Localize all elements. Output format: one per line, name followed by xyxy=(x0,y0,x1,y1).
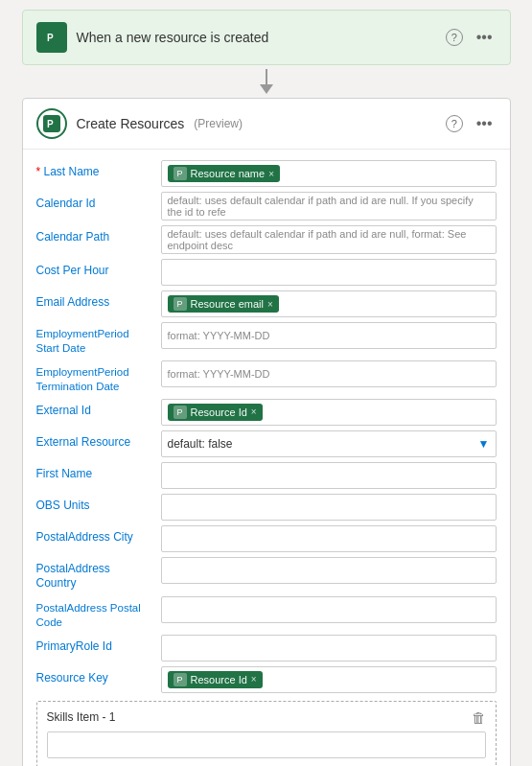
action-card: P Create Resources (Preview) ? ••• Last … xyxy=(22,98,511,766)
label-external-id: External Id xyxy=(36,399,161,419)
connector xyxy=(260,69,273,94)
token-resource-id-key: P Resource Id × xyxy=(168,671,263,688)
select-value-external-resource: default: false xyxy=(168,437,233,451)
trigger-more-button[interactable]: ••• xyxy=(473,27,497,48)
placeholder-calendar-path: default: uses default calendar if path a… xyxy=(168,228,490,251)
field-row-last-name: Last Name P Resource name × xyxy=(36,160,497,187)
input-external-id[interactable]: P Resource Id × xyxy=(161,399,497,426)
field-row-obs-units: OBS Units xyxy=(36,494,497,521)
field-row-primary-role: PrimaryRole Id xyxy=(36,635,497,662)
label-postal-city: PostalAddress City xyxy=(36,525,161,545)
svg-text:P: P xyxy=(47,33,54,43)
skills-item-label: Skills Item - 1 xyxy=(47,710,116,724)
field-row-first-name: First Name xyxy=(36,462,497,489)
input-obs-units[interactable] xyxy=(161,494,497,521)
field-row-postal-city: PostalAddress City xyxy=(36,525,497,552)
chip-icon-resource-email: P xyxy=(173,297,187,311)
trigger-title: When a new resource is created xyxy=(77,30,269,45)
input-postal-city[interactable] xyxy=(161,525,497,552)
chip-icon-resource-id-key: P xyxy=(173,673,187,686)
token-close-resource-name[interactable]: × xyxy=(268,169,274,179)
input-primary-role[interactable] xyxy=(161,635,497,662)
trigger-help-icon[interactable]: ? xyxy=(446,29,463,46)
dropdown-arrow-external-resource: ▼ xyxy=(478,437,490,451)
input-calendar-id[interactable]: default: uses default calendar if path a… xyxy=(161,192,497,221)
input-calendar-path[interactable]: default: uses default calendar if path a… xyxy=(161,225,497,254)
token-close-resource-id-key[interactable]: × xyxy=(251,674,257,685)
input-cost-per-hour[interactable] xyxy=(161,259,497,286)
input-external-resource[interactable]: default: false ▼ xyxy=(161,430,497,457)
field-row-postal-code: PostalAddress Postal Code xyxy=(36,596,497,630)
label-first-name: First Name xyxy=(36,462,161,482)
label-obs-units: OBS Units xyxy=(36,494,161,514)
label-primary-role: PrimaryRole Id xyxy=(36,635,161,655)
token-close-resource-id-ext[interactable]: × xyxy=(251,406,257,417)
trigger-right: ? ••• xyxy=(446,27,497,48)
action-header: P Create Resources (Preview) ? ••• xyxy=(23,99,510,150)
label-postal-code: PostalAddress Postal Code xyxy=(36,596,161,630)
token-close-resource-email[interactable]: × xyxy=(267,299,273,310)
placeholder-employment-start: format: YYYY-MM-DD xyxy=(168,330,270,341)
input-last-name[interactable]: P Resource name × xyxy=(161,160,497,187)
label-last-name: Last Name xyxy=(36,160,161,180)
label-employment-start: EmploymentPeriod Start Date xyxy=(36,322,161,356)
action-help-icon[interactable]: ? xyxy=(446,115,463,132)
field-row-postal-country: PostalAddress Country xyxy=(36,557,497,592)
field-row-calendar-path: Calendar Path default: uses default cale… xyxy=(36,225,497,254)
input-email-address[interactable]: P Resource email × xyxy=(161,290,497,317)
chip-icon-resource-name: P xyxy=(173,167,187,180)
chip-icon-resource-id-ext: P xyxy=(173,406,187,419)
label-email-address: Email Address xyxy=(36,290,161,311)
field-row-calendar-id: Calendar Id default: uses default calend… xyxy=(36,192,497,221)
action-icon-circle: P xyxy=(36,108,67,139)
placeholder-employment-end: format: YYYY-MM-DD xyxy=(168,368,270,380)
token-resource-name: P Resource name × xyxy=(168,165,281,182)
skills-input[interactable] xyxy=(47,731,486,758)
token-label-resource-email: Resource email xyxy=(191,298,264,310)
skills-section: Skills Item - 1 🗑 + Add new item xyxy=(36,701,497,766)
action-more-button[interactable]: ••• xyxy=(473,113,497,134)
connector-line xyxy=(266,69,267,84)
project-icon: P xyxy=(36,22,67,53)
label-postal-country: PostalAddress Country xyxy=(36,557,161,592)
form-body: Last Name P Resource name × Calendar Id … xyxy=(23,150,510,766)
action-preview-badge: (Preview) xyxy=(194,117,243,130)
placeholder-calendar-id: default: uses default calendar if path a… xyxy=(168,195,490,218)
label-cost-per-hour: Cost Per Hour xyxy=(36,259,161,279)
skills-delete-icon[interactable]: 🗑 xyxy=(472,709,486,726)
token-resource-id-ext: P Resource Id × xyxy=(168,404,263,421)
label-calendar-id: Calendar Id xyxy=(36,192,161,212)
field-row-external-id: External Id P Resource Id × xyxy=(36,399,497,426)
input-resource-key[interactable]: P Resource Id × xyxy=(161,666,497,693)
trigger-card: P When a new resource is created ? ••• xyxy=(22,10,511,65)
field-row-cost-per-hour: Cost Per Hour xyxy=(36,259,497,286)
label-calendar-path: Calendar Path xyxy=(36,225,161,245)
label-resource-key: Resource Key xyxy=(36,666,161,686)
action-header-right: ? ••• xyxy=(446,113,497,134)
field-row-employment-end: EmploymentPeriod Termination Date format… xyxy=(36,360,497,394)
field-row-resource-key: Resource Key P Resource Id × xyxy=(36,666,497,693)
input-postal-country[interactable] xyxy=(161,557,497,584)
token-label-resource-id-key: Resource Id xyxy=(191,674,247,685)
trigger-left: P When a new resource is created xyxy=(36,22,269,53)
token-resource-email: P Resource email × xyxy=(168,295,279,313)
token-label-resource-id-ext: Resource Id xyxy=(191,406,247,418)
svg-text:P: P xyxy=(47,119,54,129)
input-employment-start[interactable]: format: YYYY-MM-DD xyxy=(161,322,497,349)
action-header-left: P Create Resources (Preview) xyxy=(36,108,243,139)
connector-arrow xyxy=(260,84,273,94)
input-employment-end[interactable]: format: YYYY-MM-DD xyxy=(161,360,497,387)
label-employment-end: EmploymentPeriod Termination Date xyxy=(36,360,161,394)
input-first-name[interactable] xyxy=(161,462,497,489)
field-row-external-resource: External Resource default: false ▼ xyxy=(36,430,497,457)
field-row-email-address: Email Address P Resource email × xyxy=(36,290,497,317)
action-title: Create Resources xyxy=(77,116,185,131)
input-postal-code[interactable] xyxy=(161,596,497,623)
field-row-employment-start: EmploymentPeriod Start Date format: YYYY… xyxy=(36,322,497,356)
label-external-resource: External Resource xyxy=(36,430,161,451)
token-label-resource-name: Resource name xyxy=(191,168,266,179)
skills-header: Skills Item - 1 🗑 xyxy=(47,709,486,726)
